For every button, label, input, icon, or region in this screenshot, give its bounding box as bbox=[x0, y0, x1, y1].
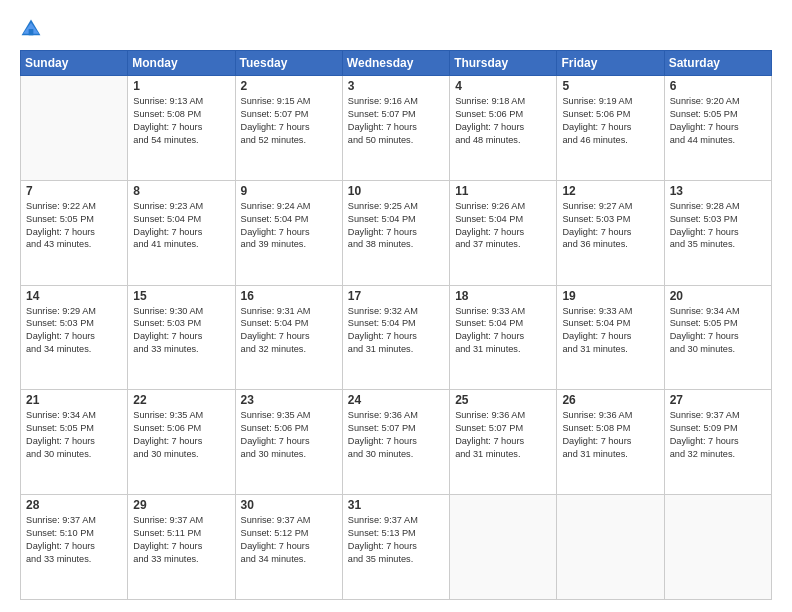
calendar-cell: 10Sunrise: 9:25 AM Sunset: 5:04 PM Dayli… bbox=[342, 180, 449, 285]
calendar-cell: 4Sunrise: 9:18 AM Sunset: 5:06 PM Daylig… bbox=[450, 76, 557, 181]
col-header-wednesday: Wednesday bbox=[342, 51, 449, 76]
cell-info: Sunrise: 9:24 AM Sunset: 5:04 PM Dayligh… bbox=[241, 200, 337, 252]
day-number: 19 bbox=[562, 289, 658, 303]
calendar-cell: 15Sunrise: 9:30 AM Sunset: 5:03 PM Dayli… bbox=[128, 285, 235, 390]
calendar-table: SundayMondayTuesdayWednesdayThursdayFrid… bbox=[20, 50, 772, 600]
cell-info: Sunrise: 9:19 AM Sunset: 5:06 PM Dayligh… bbox=[562, 95, 658, 147]
cell-info: Sunrise: 9:23 AM Sunset: 5:04 PM Dayligh… bbox=[133, 200, 229, 252]
cell-info: Sunrise: 9:37 AM Sunset: 5:13 PM Dayligh… bbox=[348, 514, 444, 566]
day-number: 3 bbox=[348, 79, 444, 93]
cell-info: Sunrise: 9:27 AM Sunset: 5:03 PM Dayligh… bbox=[562, 200, 658, 252]
calendar-cell: 25Sunrise: 9:36 AM Sunset: 5:07 PM Dayli… bbox=[450, 390, 557, 495]
cell-info: Sunrise: 9:37 AM Sunset: 5:09 PM Dayligh… bbox=[670, 409, 766, 461]
calendar-cell: 3Sunrise: 9:16 AM Sunset: 5:07 PM Daylig… bbox=[342, 76, 449, 181]
calendar-cell bbox=[450, 495, 557, 600]
cell-info: Sunrise: 9:18 AM Sunset: 5:06 PM Dayligh… bbox=[455, 95, 551, 147]
calendar-cell: 9Sunrise: 9:24 AM Sunset: 5:04 PM Daylig… bbox=[235, 180, 342, 285]
calendar-cell: 24Sunrise: 9:36 AM Sunset: 5:07 PM Dayli… bbox=[342, 390, 449, 495]
calendar-cell: 7Sunrise: 9:22 AM Sunset: 5:05 PM Daylig… bbox=[21, 180, 128, 285]
calendar-cell: 20Sunrise: 9:34 AM Sunset: 5:05 PM Dayli… bbox=[664, 285, 771, 390]
calendar-cell: 11Sunrise: 9:26 AM Sunset: 5:04 PM Dayli… bbox=[450, 180, 557, 285]
day-number: 27 bbox=[670, 393, 766, 407]
cell-info: Sunrise: 9:31 AM Sunset: 5:04 PM Dayligh… bbox=[241, 305, 337, 357]
day-number: 5 bbox=[562, 79, 658, 93]
day-number: 1 bbox=[133, 79, 229, 93]
cell-info: Sunrise: 9:33 AM Sunset: 5:04 PM Dayligh… bbox=[562, 305, 658, 357]
day-number: 9 bbox=[241, 184, 337, 198]
calendar-cell: 16Sunrise: 9:31 AM Sunset: 5:04 PM Dayli… bbox=[235, 285, 342, 390]
day-number: 16 bbox=[241, 289, 337, 303]
col-header-tuesday: Tuesday bbox=[235, 51, 342, 76]
calendar-cell: 28Sunrise: 9:37 AM Sunset: 5:10 PM Dayli… bbox=[21, 495, 128, 600]
cell-info: Sunrise: 9:37 AM Sunset: 5:11 PM Dayligh… bbox=[133, 514, 229, 566]
col-header-sunday: Sunday bbox=[21, 51, 128, 76]
cell-info: Sunrise: 9:34 AM Sunset: 5:05 PM Dayligh… bbox=[26, 409, 122, 461]
logo-icon bbox=[20, 18, 42, 40]
svg-rect-2 bbox=[29, 29, 34, 35]
day-number: 7 bbox=[26, 184, 122, 198]
calendar-cell: 23Sunrise: 9:35 AM Sunset: 5:06 PM Dayli… bbox=[235, 390, 342, 495]
day-number: 30 bbox=[241, 498, 337, 512]
day-number: 20 bbox=[670, 289, 766, 303]
cell-info: Sunrise: 9:15 AM Sunset: 5:07 PM Dayligh… bbox=[241, 95, 337, 147]
day-number: 12 bbox=[562, 184, 658, 198]
day-number: 18 bbox=[455, 289, 551, 303]
calendar-cell: 13Sunrise: 9:28 AM Sunset: 5:03 PM Dayli… bbox=[664, 180, 771, 285]
cell-info: Sunrise: 9:30 AM Sunset: 5:03 PM Dayligh… bbox=[133, 305, 229, 357]
calendar-cell: 1Sunrise: 9:13 AM Sunset: 5:08 PM Daylig… bbox=[128, 76, 235, 181]
cell-info: Sunrise: 9:25 AM Sunset: 5:04 PM Dayligh… bbox=[348, 200, 444, 252]
cell-info: Sunrise: 9:36 AM Sunset: 5:08 PM Dayligh… bbox=[562, 409, 658, 461]
day-number: 15 bbox=[133, 289, 229, 303]
calendar-cell bbox=[664, 495, 771, 600]
calendar-cell: 31Sunrise: 9:37 AM Sunset: 5:13 PM Dayli… bbox=[342, 495, 449, 600]
calendar-cell: 14Sunrise: 9:29 AM Sunset: 5:03 PM Dayli… bbox=[21, 285, 128, 390]
day-number: 21 bbox=[26, 393, 122, 407]
col-header-friday: Friday bbox=[557, 51, 664, 76]
calendar-cell: 2Sunrise: 9:15 AM Sunset: 5:07 PM Daylig… bbox=[235, 76, 342, 181]
cell-info: Sunrise: 9:33 AM Sunset: 5:04 PM Dayligh… bbox=[455, 305, 551, 357]
day-number: 26 bbox=[562, 393, 658, 407]
cell-info: Sunrise: 9:34 AM Sunset: 5:05 PM Dayligh… bbox=[670, 305, 766, 357]
cell-info: Sunrise: 9:29 AM Sunset: 5:03 PM Dayligh… bbox=[26, 305, 122, 357]
cell-info: Sunrise: 9:32 AM Sunset: 5:04 PM Dayligh… bbox=[348, 305, 444, 357]
calendar-cell: 6Sunrise: 9:20 AM Sunset: 5:05 PM Daylig… bbox=[664, 76, 771, 181]
header bbox=[20, 18, 772, 40]
day-number: 2 bbox=[241, 79, 337, 93]
cell-info: Sunrise: 9:36 AM Sunset: 5:07 PM Dayligh… bbox=[348, 409, 444, 461]
col-header-thursday: Thursday bbox=[450, 51, 557, 76]
day-number: 22 bbox=[133, 393, 229, 407]
day-number: 25 bbox=[455, 393, 551, 407]
cell-info: Sunrise: 9:35 AM Sunset: 5:06 PM Dayligh… bbox=[133, 409, 229, 461]
cell-info: Sunrise: 9:36 AM Sunset: 5:07 PM Dayligh… bbox=[455, 409, 551, 461]
calendar-cell bbox=[557, 495, 664, 600]
day-number: 6 bbox=[670, 79, 766, 93]
calendar-cell: 30Sunrise: 9:37 AM Sunset: 5:12 PM Dayli… bbox=[235, 495, 342, 600]
day-number: 28 bbox=[26, 498, 122, 512]
calendar-cell: 27Sunrise: 9:37 AM Sunset: 5:09 PM Dayli… bbox=[664, 390, 771, 495]
calendar-cell: 29Sunrise: 9:37 AM Sunset: 5:11 PM Dayli… bbox=[128, 495, 235, 600]
cell-info: Sunrise: 9:28 AM Sunset: 5:03 PM Dayligh… bbox=[670, 200, 766, 252]
day-number: 4 bbox=[455, 79, 551, 93]
logo bbox=[20, 18, 46, 40]
day-number: 24 bbox=[348, 393, 444, 407]
calendar-cell: 17Sunrise: 9:32 AM Sunset: 5:04 PM Dayli… bbox=[342, 285, 449, 390]
day-number: 13 bbox=[670, 184, 766, 198]
page: SundayMondayTuesdayWednesdayThursdayFrid… bbox=[0, 0, 792, 612]
day-number: 29 bbox=[133, 498, 229, 512]
calendar-cell bbox=[21, 76, 128, 181]
cell-info: Sunrise: 9:37 AM Sunset: 5:12 PM Dayligh… bbox=[241, 514, 337, 566]
day-number: 11 bbox=[455, 184, 551, 198]
day-number: 17 bbox=[348, 289, 444, 303]
cell-info: Sunrise: 9:35 AM Sunset: 5:06 PM Dayligh… bbox=[241, 409, 337, 461]
cell-info: Sunrise: 9:22 AM Sunset: 5:05 PM Dayligh… bbox=[26, 200, 122, 252]
cell-info: Sunrise: 9:16 AM Sunset: 5:07 PM Dayligh… bbox=[348, 95, 444, 147]
calendar-cell: 12Sunrise: 9:27 AM Sunset: 5:03 PM Dayli… bbox=[557, 180, 664, 285]
day-number: 8 bbox=[133, 184, 229, 198]
calendar-cell: 26Sunrise: 9:36 AM Sunset: 5:08 PM Dayli… bbox=[557, 390, 664, 495]
cell-info: Sunrise: 9:37 AM Sunset: 5:10 PM Dayligh… bbox=[26, 514, 122, 566]
day-number: 31 bbox=[348, 498, 444, 512]
calendar-cell: 5Sunrise: 9:19 AM Sunset: 5:06 PM Daylig… bbox=[557, 76, 664, 181]
calendar-cell: 19Sunrise: 9:33 AM Sunset: 5:04 PM Dayli… bbox=[557, 285, 664, 390]
col-header-saturday: Saturday bbox=[664, 51, 771, 76]
calendar-cell: 21Sunrise: 9:34 AM Sunset: 5:05 PM Dayli… bbox=[21, 390, 128, 495]
